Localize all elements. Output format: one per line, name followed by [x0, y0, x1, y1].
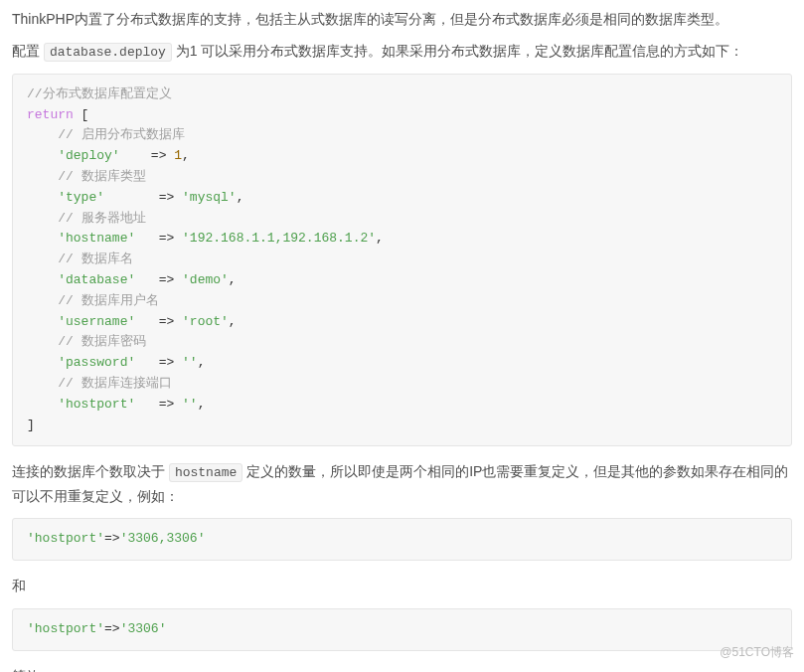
paragraph-intro-1: ThinkPHP内置了分布式数据库的支持，包括主从式数据库的读写分离，但是分布式…: [12, 8, 792, 32]
code-string: 'deploy': [58, 148, 119, 163]
code-punc: ,: [229, 272, 237, 287]
code-comment: // 数据库用户名: [58, 293, 158, 308]
code-punc: =>: [120, 148, 175, 163]
paragraph-intro-2: 配置 database.deploy 为1 可以采用分布式数据库支持。如果采用分…: [12, 40, 792, 64]
code-comment: // 启用分布式数据库: [58, 127, 184, 142]
code-comment: // 数据库类型: [58, 169, 145, 184]
code-string: 'hostport': [27, 621, 104, 636]
code-block-hostport-2: 'hostport'=>'3306': [12, 608, 792, 651]
code-string: '': [182, 355, 198, 370]
code-string: '3306': [120, 621, 167, 636]
code-string: 'username': [58, 314, 135, 329]
code-punc: =>: [104, 190, 182, 205]
code-comment: //分布式数据库配置定义: [27, 86, 172, 101]
text: 配置: [12, 43, 44, 59]
code-string: 'hostport': [27, 531, 104, 546]
code-punc: ,: [198, 355, 206, 370]
code-punc: =>: [104, 531, 120, 546]
code-string: 'type': [58, 190, 104, 205]
paragraph-equivalent: 等效。: [12, 665, 792, 672]
text: 连接的数据库个数取决于: [12, 463, 169, 479]
code-string: '3306,3306': [120, 531, 206, 546]
code-string: '192.168.1.1,192.168.1.2': [182, 231, 376, 246]
code-string: 'hostport': [58, 397, 135, 412]
code-punc: ,: [182, 148, 190, 163]
paragraph-hostname: 连接的数据库个数取决于 hostname 定义的数量，所以即使是两个相同的IP也…: [12, 460, 792, 508]
code-punc: ,: [237, 190, 244, 205]
code-string: 'demo': [182, 272, 229, 287]
code-punc: =>: [135, 272, 182, 287]
code-comment: // 数据库连接端口: [58, 376, 171, 391]
code-comment: // 服务器地址: [58, 211, 145, 226]
code-string: 'hostname': [58, 231, 135, 246]
code-string: 'database': [58, 272, 135, 287]
code-block-hostport-1: 'hostport'=>'3306,3306': [12, 518, 792, 561]
code-punc: =>: [135, 231, 182, 246]
inline-code-hostname: hostname: [169, 463, 242, 482]
code-string: 'mysql': [182, 190, 237, 205]
code-punc: ,: [229, 314, 237, 329]
code-punc: =>: [104, 621, 120, 636]
code-comment: // 数据库名: [58, 252, 132, 266]
code-punc: =>: [135, 397, 182, 412]
code-keyword: return: [27, 107, 74, 122]
inline-code-deploy: database.deploy: [44, 43, 172, 62]
code-string: 'root': [182, 314, 229, 329]
code-number: 1: [174, 148, 182, 163]
code-block-config: //分布式数据库配置定义 return [ // 启用分布式数据库 'deplo…: [12, 74, 792, 447]
code-punc: ,: [376, 231, 384, 246]
code-punc: [: [74, 107, 89, 122]
text: 为1 可以采用分布式数据库支持。如果采用分布式数据库，定义数据库配置信息的方式如…: [172, 43, 744, 59]
code-comment: // 数据库密码: [58, 334, 145, 349]
code-punc: ,: [198, 397, 206, 412]
code-string: 'password': [58, 355, 135, 370]
code-punc: ]: [27, 418, 35, 432]
code-punc: =>: [135, 355, 182, 370]
paragraph-and: 和: [12, 575, 792, 598]
code-string: '': [182, 397, 198, 412]
code-punc: =>: [135, 314, 182, 329]
